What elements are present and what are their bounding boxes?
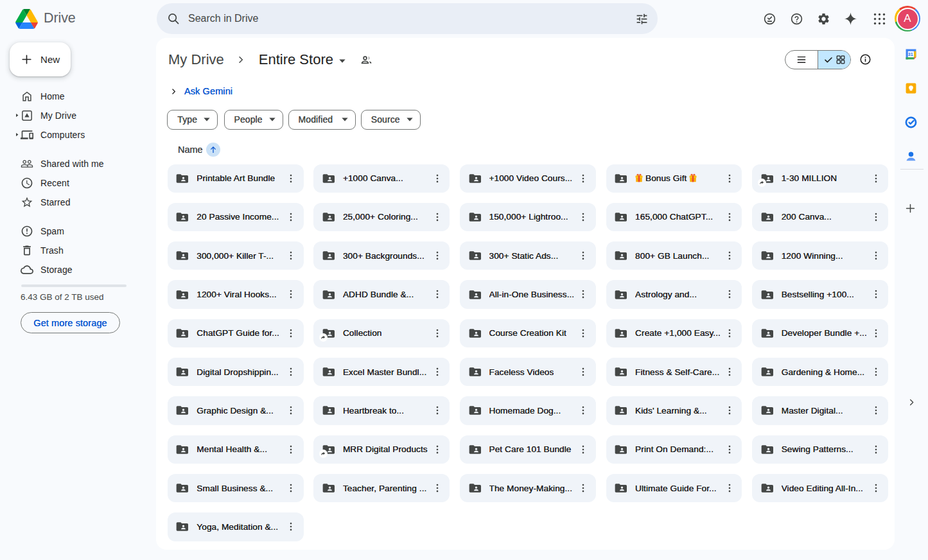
svg-text:31: 31: [908, 52, 913, 57]
